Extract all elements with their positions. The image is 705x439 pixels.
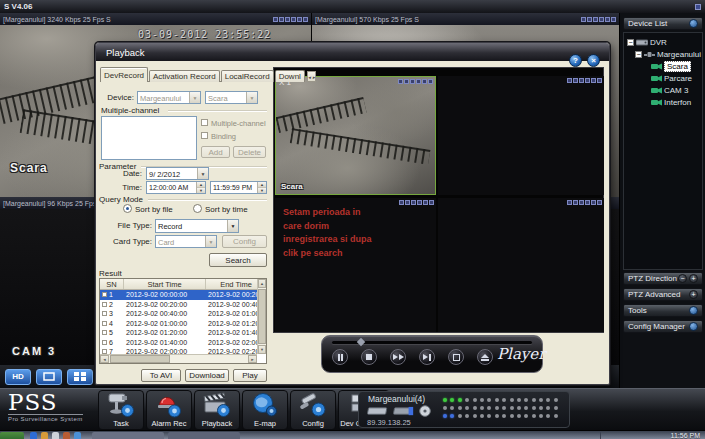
osd-icon[interactable] xyxy=(423,200,428,205)
row-select[interactable]: 1 xyxy=(100,291,124,298)
playback-button[interactable]: Playback xyxy=(194,390,240,430)
close-button[interactable]: × xyxy=(587,54,600,67)
row-select[interactable]: 4 xyxy=(100,320,124,327)
column-header-sn[interactable]: SN xyxy=(100,279,124,289)
split-4-button[interactable] xyxy=(67,369,93,385)
to-avi-button[interactable]: To AVI xyxy=(141,369,181,382)
osd-icon[interactable] xyxy=(585,200,590,205)
vertical-scrollbar[interactable]: ▲ ▼ xyxy=(257,279,266,354)
add-button[interactable]: Add xyxy=(201,146,230,158)
tree-node-channel-scara[interactable]: Scara xyxy=(651,61,691,71)
stop-button[interactable] xyxy=(361,349,377,365)
collapse-circle-icon[interactable]: − xyxy=(678,274,687,283)
file-type-select[interactable]: Record ▼ xyxy=(155,219,239,233)
capture-button[interactable] xyxy=(448,349,464,365)
tree-node-device[interactable]: − Margeanului xyxy=(635,49,701,59)
config-manager-panel[interactable]: Config Manager xyxy=(623,320,703,333)
dropdown-arrow-icon[interactable]: ▼ xyxy=(246,92,257,103)
hd-quality-button[interactable]: HD xyxy=(5,369,31,385)
osd-icon[interactable] xyxy=(411,200,416,205)
taskbar-sliver-icon[interactable] xyxy=(63,432,70,439)
osd-icon[interactable] xyxy=(405,200,410,205)
spin-down-icon[interactable]: ▼ xyxy=(258,188,266,193)
osd-icon[interactable] xyxy=(573,200,578,205)
playback-cell-1[interactable]: X 1 Scara xyxy=(275,76,436,195)
table-row[interactable]: 3 2012-9-02 00:40:00 2012-9-02 01:00 xyxy=(100,309,257,319)
fast-forward-button[interactable] xyxy=(390,349,406,365)
osd-icon[interactable] xyxy=(417,200,422,205)
download-button[interactable]: Download xyxy=(185,369,229,382)
spinner-buttons[interactable]: ▲ ▼ xyxy=(196,182,205,193)
video-osd-controls[interactable] xyxy=(566,78,602,83)
sort-by-time-radio[interactable] xyxy=(193,204,202,213)
date-picker[interactable]: 9/ 2/2012 ▼ xyxy=(146,167,209,180)
task-button[interactable]: Task xyxy=(98,390,144,430)
row-checkbox[interactable] xyxy=(102,321,107,326)
binding-checkbox[interactable] xyxy=(201,132,208,139)
osd-icon[interactable] xyxy=(303,17,308,22)
delete-button[interactable]: Delete xyxy=(233,146,266,158)
osd-icon[interactable] xyxy=(429,200,434,205)
step-forward-button[interactable] xyxy=(419,349,435,365)
dialog-titlebar[interactable]: Playback xyxy=(96,43,609,61)
channel-list-box[interactable] xyxy=(101,116,197,160)
osd-icon[interactable] xyxy=(581,17,586,22)
taskbar-sliver-icon[interactable] xyxy=(41,432,48,439)
osd-icon[interactable] xyxy=(579,200,584,205)
row-checkbox[interactable] xyxy=(102,330,107,335)
osd-icon[interactable] xyxy=(605,17,610,22)
pause-button[interactable] xyxy=(332,349,348,365)
osd-icon[interactable] xyxy=(597,78,602,83)
osd-icon[interactable] xyxy=(279,17,284,22)
help-button[interactable]: ? xyxy=(569,54,582,67)
osd-icon[interactable] xyxy=(585,78,590,83)
channel-select[interactable]: Scara ▼ xyxy=(205,91,258,104)
device-list-toggle-icon[interactable] xyxy=(689,19,698,28)
collapse-icon[interactable]: − xyxy=(635,51,642,58)
osd-icon[interactable] xyxy=(291,17,296,22)
scroll-right-icon[interactable]: ► xyxy=(248,355,257,363)
config-button[interactable]: Config xyxy=(222,235,267,248)
spin-down-icon[interactable]: ▼ xyxy=(197,188,205,193)
table-row[interactable]: 5 2012-9-02 01:20:00 2012-9-02 01:40 xyxy=(100,328,257,338)
osd-icon[interactable] xyxy=(567,78,572,83)
row-checkbox[interactable] xyxy=(102,340,107,345)
scrollbar-thumb[interactable] xyxy=(110,355,170,363)
result-table-header[interactable]: SN Start Time End Time xyxy=(100,279,266,290)
osd-icon[interactable] xyxy=(404,79,409,84)
expand-circle-icon[interactable]: + xyxy=(689,290,698,299)
scrollbar-thumb[interactable] xyxy=(258,289,266,344)
tab-activation-record[interactable]: Activation Record xyxy=(149,70,220,82)
titlebar-controls[interactable] xyxy=(693,4,701,10)
alarm-rec-button[interactable]: Alarm Rec xyxy=(146,390,192,430)
ptz-direction-panel[interactable]: PTZ Direction − + xyxy=(623,272,703,285)
table-row[interactable]: 4 2012-9-02 01:00:00 2012-9-02 01:20 xyxy=(100,319,257,329)
osd-icon[interactable] xyxy=(587,17,592,22)
column-header-start-time[interactable]: Start Time xyxy=(124,279,206,289)
dropdown-arrow-icon[interactable]: ▼ xyxy=(227,220,238,232)
osd-icon[interactable] xyxy=(599,17,604,22)
tools-circle-icon[interactable] xyxy=(689,306,698,315)
config-circle-icon[interactable] xyxy=(689,322,698,331)
osd-icon[interactable] xyxy=(422,79,427,84)
video-osd-controls[interactable] xyxy=(397,79,433,84)
table-row[interactable]: 1 2012-9-02 00:00:00 2012-9-02 00:20 xyxy=(100,290,257,300)
osd-icon[interactable] xyxy=(567,200,572,205)
collapse-icon[interactable]: − xyxy=(627,39,634,46)
taskbar-sliver-icon[interactable] xyxy=(74,432,81,439)
tab-localrecord[interactable]: LocalRecord xyxy=(221,70,274,82)
tab-prev-icon[interactable]: ◂ xyxy=(308,74,311,80)
table-row[interactable]: 6 2012-9-02 01:40:00 2012-9-02 02:00 xyxy=(100,338,257,348)
start-button[interactable] xyxy=(0,432,24,439)
expand-circle-icon[interactable]: + xyxy=(689,274,698,283)
taskbar-sliver-icon[interactable] xyxy=(30,432,37,439)
multiple-channel-checkbox[interactable] xyxy=(201,119,208,126)
osd-icon[interactable] xyxy=(579,78,584,83)
time-to-spinner[interactable]: 11:59:59 PM ▲ ▼ xyxy=(210,181,267,194)
osd-icon[interactable] xyxy=(285,17,290,22)
play-button[interactable]: Play xyxy=(233,369,267,382)
tree-node-channel-interfon[interactable]: Interfon xyxy=(651,97,691,107)
osd-icon[interactable] xyxy=(399,200,404,205)
osd-icon[interactable] xyxy=(398,79,403,84)
video-osd-controls[interactable] xyxy=(566,200,602,205)
